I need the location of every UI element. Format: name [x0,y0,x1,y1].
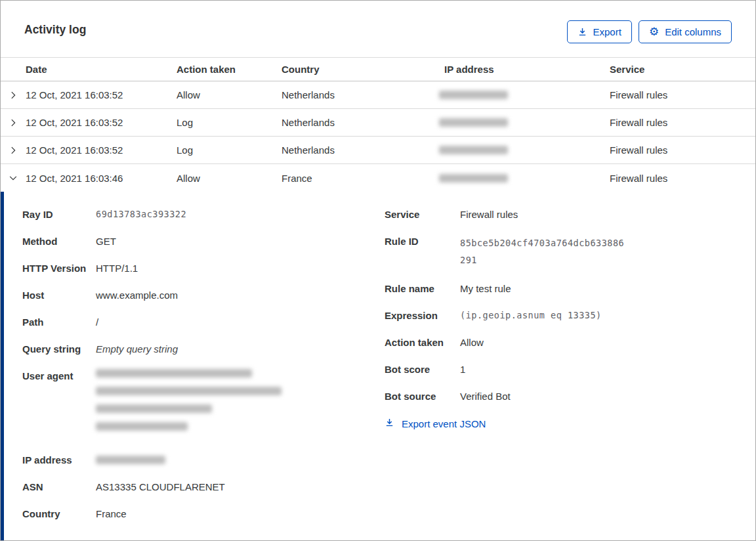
export-event-json-link[interactable]: Export event JSON [385,418,486,429]
field-label: ASN [22,480,96,494]
field-label: Rule ID [385,234,460,248]
field-value: Firewall rules [460,207,742,221]
field-label: Rule name [385,282,460,295]
detail-row-rule-id: Rule ID 85bce5b204cf4703a764dcb633886291 [385,234,742,269]
field-value: AS13335 CLOUDFLARENET [96,480,385,494]
detail-row-service: Service Firewall rules [385,207,742,221]
cell-country: Netherlands [282,117,444,128]
detail-row-ip-address: IP address [22,453,385,467]
field-value: Empty query string [96,342,385,356]
field-label: Action taken [385,335,460,349]
chevron-down-icon [9,173,18,183]
field-label: User agent [22,369,96,383]
field-value: GET [96,234,385,248]
cell-service: Firewall rules [610,89,755,100]
cell-date: 12 Oct, 2021 16:03:52 [26,144,177,156]
export-button-label: Export [593,26,621,37]
detail-row-asn: ASN AS13335 CLOUDFLARENET [22,480,385,494]
cell-ip-address-redacted [444,118,610,127]
gear-icon: ⚙ [649,26,659,37]
cell-service: Firewall rules [610,173,755,184]
field-value: France [96,507,385,521]
cell-ip-address-redacted [444,146,610,154]
activity-log-panel: Activity log Export ⚙ Edit columns Date … [0,0,756,541]
field-value: Allow [460,335,742,349]
detail-row-query-string: Query string Empty query string [22,342,385,356]
edit-columns-button[interactable]: ⚙ Edit columns [639,20,732,43]
export-event-json-label: Export event JSON [402,418,486,429]
cell-service: Firewall rules [610,144,755,156]
detail-row-rule-name: Rule name My test rule [385,282,742,295]
detail-row-bot-source: Bot source Verified Bot [385,389,742,403]
column-header-service: Service [610,64,755,75]
cell-action-taken: Log [177,117,282,128]
detail-row-country: Country France [22,507,385,521]
field-value-redacted [96,369,385,440]
cell-ip-address-redacted [444,91,610,99]
expand-row-button[interactable] [1,109,26,136]
topbar: Activity log Export ⚙ Edit columns [1,1,755,57]
expand-row-button[interactable] [1,81,26,108]
field-label: HTTP Version [22,261,96,275]
table-row[interactable]: 12 Oct, 2021 16:03:52 Log Netherlands Fi… [1,109,755,137]
cell-action-taken: Allow [177,89,282,100]
field-value: My test rule [460,282,742,295]
field-value: 85bce5b204cf4703a764dcb633886291 [460,234,629,269]
field-label: Expression [385,309,460,322]
detail-row-http-version: HTTP Version HTTP/1.1 [22,261,385,275]
chevron-right-icon [9,118,18,127]
detail-row-path: Path / [22,315,385,329]
detail-row-host: Host www.example.com [22,288,385,302]
field-label: Host [22,288,96,302]
field-value: www.example.com [96,288,385,302]
activity-log-table: Date Action taken Country IP address Ser… [1,57,755,192]
column-header-country: Country [282,64,444,75]
field-value-redacted [96,453,385,464]
detail-row-ray-id: Ray ID 69d13783ac393322 [22,207,385,221]
field-value: 1 [460,362,742,376]
detail-row-user-agent: User agent [22,369,385,440]
column-header-date: Date [26,64,177,75]
collapse-row-button[interactable] [1,164,26,192]
event-detail-right-column: Service Firewall rules Rule ID 85bce5b20… [385,207,742,429]
page-title: Activity log [24,20,86,37]
field-value: 69d13783ac393322 [96,207,385,221]
edit-columns-button-label: Edit columns [665,26,721,37]
cell-service: Firewall rules [610,117,755,128]
event-detail-panel: Ray ID 69d13783ac393322 Method GET HTTP … [1,192,755,540]
expand-row-button[interactable] [1,137,26,163]
download-icon [578,27,587,37]
table-row[interactable]: 12 Oct, 2021 16:03:52 Log Netherlands Fi… [1,137,755,164]
column-header-ip-address: IP address [444,64,610,75]
cell-date: 12 Oct, 2021 16:03:52 [26,89,177,100]
detail-row-method: Method GET [22,234,385,248]
field-label: Service [385,207,460,221]
detail-row-action-taken: Action taken Allow [385,335,742,349]
cell-country: France [282,173,444,184]
cell-action-taken: Log [177,144,282,156]
field-value: HTTP/1.1 [96,261,385,275]
field-label: Country [22,507,96,521]
cell-date: 12 Oct, 2021 16:03:46 [26,173,177,184]
event-detail-left-column: Ray ID 69d13783ac393322 Method GET HTTP … [22,207,385,534]
detail-row-bot-score: Bot score 1 [385,362,742,376]
field-value: Verified Bot [460,389,742,403]
chevron-right-icon [9,146,18,155]
field-label: Bot score [385,362,460,376]
cell-action-taken: Allow [177,173,282,184]
column-header-action-taken: Action taken [177,64,282,75]
field-label: Ray ID [22,207,96,221]
cell-country: Netherlands [282,144,444,156]
download-icon [385,418,394,429]
field-label: Method [22,234,96,248]
table-row-expanded[interactable]: 12 Oct, 2021 16:03:46 Allow France Firew… [1,164,755,192]
export-button[interactable]: Export [567,20,632,43]
field-value: (ip.geoip.asnum eq 13335) [460,309,742,322]
table-header-row: Date Action taken Country IP address Ser… [1,57,755,81]
cell-date: 12 Oct, 2021 16:03:52 [26,117,177,128]
field-value: / [96,315,385,329]
field-label: Query string [22,342,96,356]
cell-country: Netherlands [282,89,444,100]
field-label: Path [22,315,96,329]
table-row[interactable]: 12 Oct, 2021 16:03:52 Allow Netherlands … [1,81,755,109]
